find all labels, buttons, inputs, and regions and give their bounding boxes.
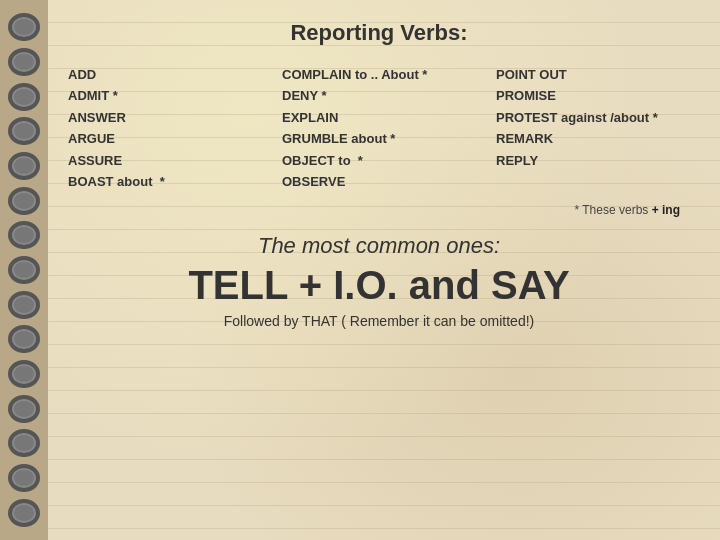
list-item: OBSERVE xyxy=(282,171,476,192)
spiral-ring xyxy=(8,464,40,492)
spiral-ring xyxy=(8,395,40,423)
tell-say-heading: TELL + I.O. and SAY xyxy=(68,263,690,307)
page-title: Reporting Verbs: xyxy=(68,20,690,46)
spiral-ring xyxy=(8,83,40,111)
common-ones-label: The most common ones: xyxy=(68,233,690,259)
spiral-ring xyxy=(8,117,40,145)
list-item: EXPLAIN xyxy=(282,107,476,128)
note-line: * These verbs + ing xyxy=(68,203,690,217)
list-item: PROTEST against /about * xyxy=(496,107,690,128)
list-item: GRUMBLE about * xyxy=(282,128,476,149)
list-item: BOAST about * xyxy=(68,171,262,192)
list-item: REPLY xyxy=(496,150,690,171)
list-item: ANSWER xyxy=(68,107,262,128)
list-item: ADD xyxy=(68,64,262,85)
verb-column-3: POINT OUT PROMISE PROTEST against /about… xyxy=(496,64,690,193)
spiral-ring xyxy=(8,187,40,215)
list-item: REMARK xyxy=(496,128,690,149)
verb-column-1: ADD ADMIT * ANSWER ARGUE ASSURE BOAST ab… xyxy=(68,64,262,193)
verb-column-2: COMPLAIN to .. About * DENY * EXPLAIN GR… xyxy=(282,64,476,193)
plus-ing-text: + ing xyxy=(652,203,680,217)
spiral-ring xyxy=(8,429,40,457)
followed-by-text: Followed by THAT ( Remember it can be om… xyxy=(68,313,690,329)
note-text: * These verbs xyxy=(574,203,648,217)
spiral-ring xyxy=(8,221,40,249)
list-item: ADMIT * xyxy=(68,85,262,106)
list-item: ASSURE xyxy=(68,150,262,171)
spiral-ring xyxy=(8,291,40,319)
list-item: PROMISE xyxy=(496,85,690,106)
spiral-ring xyxy=(8,48,40,76)
list-item: DENY * xyxy=(282,85,476,106)
list-item: ARGUE xyxy=(68,128,262,149)
spiral-binding xyxy=(0,0,48,540)
list-item: OBJECT to * xyxy=(282,150,476,171)
spiral-ring xyxy=(8,256,40,284)
list-item: POINT OUT xyxy=(496,64,690,85)
bottom-section: The most common ones: TELL + I.O. and SA… xyxy=(68,233,690,329)
list-item: COMPLAIN to .. About * xyxy=(282,64,476,85)
verb-columns: ADD ADMIT * ANSWER ARGUE ASSURE BOAST ab… xyxy=(68,64,690,193)
spiral-ring xyxy=(8,325,40,353)
spiral-ring xyxy=(8,13,40,41)
spiral-ring xyxy=(8,499,40,527)
spiral-ring xyxy=(8,152,40,180)
spiral-ring xyxy=(8,360,40,388)
